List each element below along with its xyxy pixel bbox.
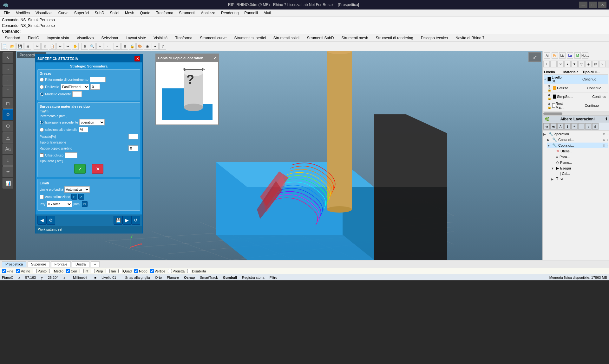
tab-strumenti-mesh[interactable]: Strumenti mesh bbox=[338, 35, 372, 41]
nav-prev-button[interactable]: ◀ bbox=[37, 216, 46, 225]
rp-liv-icon[interactable]: Liv bbox=[559, 52, 566, 59]
select-tool[interactable]: ↖ bbox=[3, 52, 13, 63]
contenimento-input[interactable] bbox=[90, 77, 106, 82]
albero-expand[interactable]: ↕ bbox=[585, 123, 592, 130]
rp-remove-icon[interactable]: − bbox=[550, 61, 557, 67]
viewport-expand-button[interactable]: ⤢ bbox=[528, 52, 541, 62]
registra-storia-label[interactable]: Registra storia bbox=[242, 276, 265, 279]
tree-operation[interactable]: ▶ 🔧 operation ⚙ ○ bbox=[543, 131, 608, 137]
point-tool[interactable]: · bbox=[3, 75, 13, 86]
tree-copia1[interactable]: ▶ 🔧 Copia di... ⚙ ○ bbox=[547, 137, 608, 143]
radio-lav-altro[interactable] bbox=[40, 128, 44, 132]
livello-select[interactable]: FasiElemeni bbox=[61, 84, 89, 90]
vp-tab-frontale[interactable]: Frontale bbox=[51, 261, 71, 267]
raggio-input[interactable] bbox=[128, 145, 138, 151]
snap-cen-check[interactable] bbox=[66, 269, 70, 273]
tab-layout-viste[interactable]: Layout viste bbox=[122, 35, 149, 41]
dialog-copia-titlebar[interactable]: Copia di Copie di operation ⤢ bbox=[156, 54, 218, 62]
rp-view-icon[interactable]: ◈ bbox=[585, 61, 592, 67]
snap-fine[interactable]: Fine bbox=[2, 269, 13, 273]
rp-link-icon[interactable]: ⛓ bbox=[592, 61, 599, 67]
surface-tool[interactable]: ◻ bbox=[3, 98, 13, 109]
snap-proietta-check[interactable] bbox=[168, 269, 172, 273]
snap-grid-label[interactable]: Snap alla griglia bbox=[125, 276, 150, 279]
cmd-input-field[interactable] bbox=[21, 29, 607, 34]
tree-cal[interactable]: | Cal... bbox=[555, 171, 608, 176]
annotation-tool[interactable]: Aa bbox=[3, 144, 13, 154]
area-btn2[interactable]: ↗ bbox=[78, 194, 84, 200]
tab-trasforma[interactable]: Trasforma bbox=[172, 35, 196, 41]
tab-strumenti-curve[interactable]: Strumenti curve bbox=[196, 35, 230, 41]
rp-add-icon[interactable]: + bbox=[543, 61, 550, 67]
tree-si[interactable]: ▶ T Si bbox=[551, 176, 608, 182]
pan-icon[interactable]: ✋ bbox=[72, 43, 79, 50]
snap-vicino-check[interactable] bbox=[16, 269, 20, 273]
inxy-btn[interactable]: □ bbox=[82, 201, 88, 207]
maximize-button[interactable]: □ bbox=[589, 2, 597, 8]
undo-icon[interactable]: ↩ bbox=[56, 43, 63, 50]
copy-icon[interactable]: ⎘ bbox=[41, 43, 48, 50]
ok-button[interactable]: ✓ bbox=[74, 164, 86, 174]
tab-strumenti-subd[interactable]: Strumenti SubD bbox=[304, 35, 337, 41]
tab-seleziona[interactable]: Seleziona bbox=[98, 35, 122, 41]
albero-delete[interactable]: 🗑 bbox=[592, 123, 599, 130]
snap-punto[interactable]: Punto bbox=[33, 269, 47, 273]
rp-scrollbar[interactable] bbox=[543, 112, 609, 115]
menu-analizza[interactable]: Analizza bbox=[199, 10, 218, 16]
passate-input[interactable] bbox=[128, 134, 138, 139]
redo-icon[interactable]: ↪ bbox=[64, 43, 71, 50]
grid-icon[interactable]: ⊞ bbox=[121, 43, 128, 50]
tab-visibilita[interactable]: Visibilità bbox=[150, 35, 171, 41]
zoom-select-icon[interactable]: 🔍 bbox=[89, 43, 96, 50]
expand-si[interactable]: ▶ bbox=[551, 177, 555, 181]
tree-utens[interactable]: ✕ Utens... bbox=[551, 148, 608, 154]
tab-novita[interactable]: Novità di Rhino 7 bbox=[452, 35, 488, 41]
radio-lav-prec[interactable] bbox=[40, 120, 44, 125]
color-icon[interactable]: 🎨 bbox=[136, 43, 143, 50]
solid-tool[interactable]: ⬡ bbox=[3, 121, 13, 131]
menu-solidi[interactable]: Solidi bbox=[108, 10, 122, 16]
cmd-input-row[interactable]: Comando: bbox=[2, 29, 607, 34]
layer-row-livello01[interactable]: ✓ Livello 01 Continuo bbox=[544, 75, 608, 84]
tree-copia2[interactable]: ▼ 🔧 Copia di... ⚙ ○ bbox=[547, 143, 608, 148]
snap-disabilita-check[interactable] bbox=[187, 269, 191, 273]
snap-punto-check[interactable] bbox=[33, 269, 37, 273]
scrollbar-thumb[interactable] bbox=[543, 112, 562, 115]
rp-down-icon[interactable]: ▼ bbox=[571, 61, 578, 67]
paste-icon[interactable]: 📋 bbox=[49, 43, 56, 50]
snap-nodo-check[interactable] bbox=[134, 269, 138, 273]
machining-tool[interactable]: ⚙ bbox=[3, 109, 13, 120]
expand-esegui[interactable]: ▼ bbox=[551, 167, 555, 170]
menu-curve[interactable]: Curve bbox=[56, 10, 71, 16]
snap-tan[interactable]: Tan bbox=[106, 269, 116, 273]
lock-icon[interactable]: 🔒 bbox=[129, 43, 136, 50]
albero-info[interactable]: ℹ bbox=[564, 123, 571, 130]
rp-m-icon[interactable]: M bbox=[574, 52, 581, 59]
print-icon[interactable]: 🖨 bbox=[24, 43, 31, 50]
menu-subd[interactable]: SubD bbox=[92, 10, 107, 16]
menu-pannelli[interactable]: Pannelli bbox=[242, 10, 260, 16]
dialog-copia-maximize[interactable]: ⤢ bbox=[213, 56, 216, 60]
zoom-out-icon[interactable]: - bbox=[104, 43, 111, 50]
planare-label[interactable]: Planare bbox=[167, 276, 179, 279]
nav-refresh-button[interactable]: ↺ bbox=[131, 216, 140, 225]
rp-delete-icon[interactable]: ✕ bbox=[557, 61, 564, 67]
filtro-label[interactable]: Filtro bbox=[270, 276, 277, 279]
albero-text[interactable]: A bbox=[557, 123, 564, 130]
tab-disegno-tecnico[interactable]: Disegno tecnico bbox=[417, 35, 451, 41]
viewport[interactable]: x y Prospettica ▼ ⤢ SUPERFICI: STRATEGIA… bbox=[16, 51, 542, 260]
menu-mesh[interactable]: Mesh bbox=[122, 10, 137, 16]
rp-up-icon[interactable]: ▲ bbox=[564, 61, 571, 67]
snap-nodo[interactable]: Nodo bbox=[134, 269, 147, 273]
rp-ai-icon[interactable]: Ai bbox=[544, 52, 550, 59]
tree-esegui[interactable]: ▼ ▶ Esegui bbox=[551, 165, 608, 171]
tab-standard[interactable]: Standard bbox=[1, 35, 24, 41]
menu-strumenti[interactable]: Strumenti bbox=[176, 10, 198, 16]
snap-int[interactable]: Int bbox=[80, 269, 88, 273]
snap-medio-check[interactable] bbox=[49, 269, 53, 273]
area-check[interactable] bbox=[40, 195, 44, 199]
radio-modello[interactable] bbox=[40, 92, 44, 96]
rp-filter-icon[interactable]: ▽ bbox=[578, 61, 585, 67]
dialog-strategia-close[interactable]: ✕ bbox=[134, 56, 140, 61]
snap-vicino[interactable]: Vicino bbox=[16, 269, 30, 273]
